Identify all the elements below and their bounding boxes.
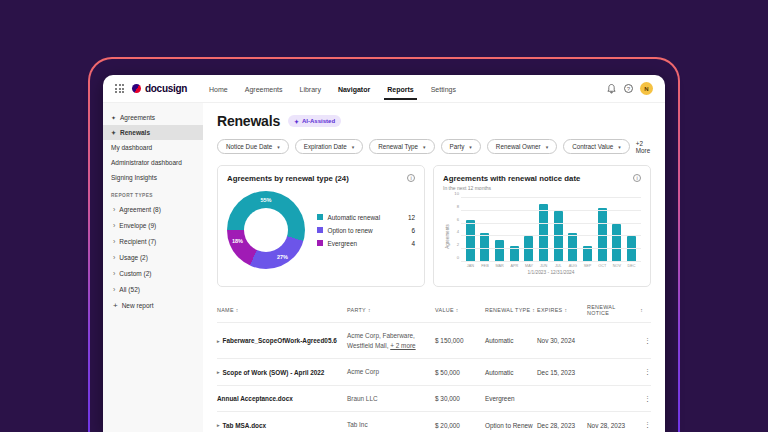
donut-chart: 55% 27% 18% [227,191,305,269]
x-tick-label: NOV [612,264,621,268]
donut-percent-label: 27% [277,254,288,260]
legend-swatch [317,214,323,220]
sort-icon: ↕ [368,307,371,313]
renewal-type-chart-card: Agreements by renewal type (24) i 55% 27… [217,165,425,287]
bar-chart: Agreements 0246810 JANFEBMARAPRMAYJUNJUL… [443,198,641,275]
filter-renewal-type[interactable]: Renewal Type▾ [369,139,434,154]
docusign-logo[interactable]: docusign [132,83,187,94]
sidebar-item-my-dashboard[interactable]: My dashboard [103,140,203,155]
sort-icon: ↕ [532,307,535,313]
nav-item-agreements[interactable]: Agreements [245,77,283,100]
sidebar-item-administrator-dashboard[interactable]: Administrator dashboard [103,155,203,170]
legend-swatch [317,240,323,246]
help-icon[interactable]: ? [624,84,633,93]
column-header-renewal-notice[interactable]: RENEWAL NOTICE↕ [587,304,643,316]
sidebar-item-envelope-reports[interactable]: › Envelope (9) [103,217,203,233]
donut-percent-label: 55% [260,197,271,203]
row-menu-icon[interactable]: ⋮ [643,368,651,376]
bar [524,236,533,262]
app-grid-icon[interactable] [115,84,124,93]
chevron-down-icon: ▾ [277,144,280,150]
sidebar-item-signing-insights[interactable]: Signing Insights [103,170,203,185]
filter-bar: Notice Due Date▾ Expiration Date▾ Renewa… [217,139,651,154]
gridline [461,223,641,224]
sidebar-item-renewals[interactable]: ✦ Renewals [103,125,203,140]
sort-icon: ↕ [640,307,643,313]
nav-item-library[interactable]: Library [299,77,320,100]
nav-item-settings[interactable]: Settings [431,77,456,100]
chevron-down-icon: ▾ [618,144,621,150]
column-header-name[interactable]: NAME↕ [217,307,347,313]
legend-item-automatic-renewal: Automatic renewal 12 [317,214,415,221]
top-navigation-bar: docusign Home Agreements Library Navigat… [103,75,665,103]
gridline [461,248,641,249]
x-tick-label: FEB [480,264,489,268]
chevron-down-icon: ▾ [423,144,426,150]
column-header-value[interactable]: VALUE↕ [435,307,485,313]
sidebar-item-custom-reports[interactable]: › Custom (2) [103,265,203,281]
table-header-row: NAME↕ PARTY↕ VALUE↕ RENEWAL TYPE↕ EXPIRE… [217,300,651,322]
table-row[interactable]: ▸Faberware_ScopeOfWork-Agreed05.6 Acme C… [217,322,651,358]
expand-row-icon[interactable]: ▸ [217,369,220,375]
column-header-party[interactable]: PARTY↕ [347,307,435,313]
gridline [461,210,641,211]
row-menu-icon[interactable]: ⋮ [643,395,651,403]
expand-row-icon[interactable]: ▸ [217,338,220,344]
sidebar-item-all-reports[interactable]: › All (52) [103,281,203,297]
x-tick-label: AUG [568,264,577,268]
x-tick-label: JAN [466,264,475,268]
filter-expiration-date[interactable]: Expiration Date▾ [295,139,364,154]
sort-icon: ↕ [236,307,239,313]
filter-party[interactable]: Party▾ [441,139,481,154]
user-avatar[interactable]: N [640,82,653,95]
page-title: Renewals [217,113,280,129]
main-content: Renewals ✦ AI-Assisted Notice Due Date▾ … [203,103,665,432]
bar [495,240,504,262]
ai-sparkle-icon: ✦ [111,114,116,121]
chevron-right-icon: › [113,270,115,277]
table-row[interactable]: Annual Acceptance.docx Braun LLC $ 30,00… [217,385,651,412]
chevron-down-icon: ▾ [546,144,549,150]
x-tick-label: JUN [539,264,548,268]
nav-item-navigator[interactable]: Navigator [338,77,370,100]
column-header-expires[interactable]: EXPIRES↕ [537,307,587,313]
sidebar-item-recipient-reports[interactable]: › Recipient (7) [103,233,203,249]
chart-legend: Automatic renewal 12 Option to renew 6 E… [317,214,415,247]
table-row[interactable]: ▸Scope of Work (SOW) - April 2022 Acme C… [217,358,651,385]
donut-hole [244,208,288,252]
more-parties-link[interactable]: + 2 more [390,342,415,349]
nav-item-home[interactable]: Home [209,77,228,100]
primary-nav: Home Agreements Library Navigator Report… [209,77,456,100]
sidebar-item-agreement-reports[interactable]: › Agreement (8) [103,201,203,217]
info-icon[interactable]: i [633,174,641,182]
x-tick-label: SEP [583,264,592,268]
y-tick-label: 8 [451,203,459,208]
notifications-bell-icon[interactable] [605,83,617,95]
column-header-renewal-type[interactable]: RENEWAL TYPE↕ [485,307,537,313]
info-icon[interactable]: i [407,174,415,182]
x-tick-label: OCT [598,264,607,268]
sidebar-item-usage-reports[interactable]: › Usage (2) [103,249,203,265]
bar [612,224,621,262]
x-tick-label: MAY [524,264,533,268]
expand-row-icon[interactable]: ▸ [217,422,220,428]
chevron-right-icon: › [113,238,115,245]
new-report-button[interactable]: + New report [103,297,203,314]
filter-renewal-owner[interactable]: Renewal Owner▾ [487,139,557,154]
y-tick-label: 6 [451,216,459,221]
ai-assisted-badge: ✦ AI-Assisted [288,115,341,127]
filter-contract-value[interactable]: Contract Value▾ [563,139,630,154]
row-menu-icon[interactable]: ⋮ [643,421,651,429]
filter-notice-due-date[interactable]: Notice Due Date▾ [217,139,289,154]
chart-title: Agreements by renewal type (24) [227,174,349,183]
table-row[interactable]: ▸Tab MSA.docx Tab Inc $ 20,000 Option to… [217,411,651,432]
sidebar-item-agreements[interactable]: ✦ Agreements [103,110,203,125]
row-menu-icon[interactable]: ⋮ [643,337,651,345]
sort-icon: ↕ [456,307,459,313]
chevron-down-icon: ▾ [352,144,355,150]
donut-percent-label: 18% [232,238,243,244]
y-axis-label: Agreements [443,198,451,275]
nav-item-reports[interactable]: Reports [387,77,413,100]
more-filters-link[interactable]: +2 More [636,140,651,154]
gridline [461,235,641,236]
